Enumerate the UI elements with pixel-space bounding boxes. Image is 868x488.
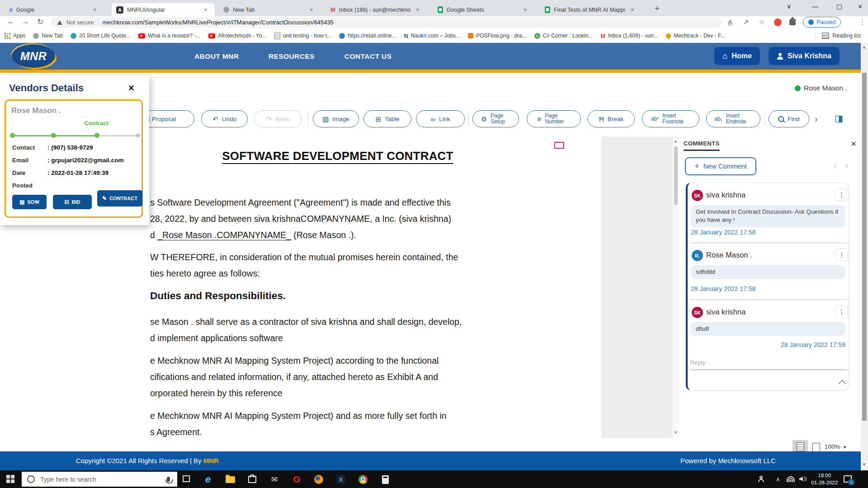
- back-icon[interactable]: ←: [7, 17, 15, 26]
- bookmark-afrotechmods[interactable]: ▶Afrotechmods - Yo...: [208, 33, 267, 39]
- scrollbar-thumb[interactable]: [674, 146, 678, 205]
- nav-link-resources[interactable]: RESOURCES: [269, 52, 315, 61]
- window-close-icon[interactable]: ×: [858, 3, 862, 11]
- chrome-icon[interactable]: [358, 474, 368, 485]
- page-scrollbar[interactable]: ▲ ▼: [861, 43, 868, 470]
- translate-icon[interactable]: A̲: [728, 18, 732, 26]
- tab-final-tests[interactable]: Final Tests of MNR AI Mapping S ×: [540, 3, 647, 16]
- tab-close-icon[interactable]: ×: [308, 6, 313, 13]
- reload-icon[interactable]: ↻: [37, 17, 43, 27]
- tab-new-tab[interactable]: New Tab ×: [219, 3, 322, 16]
- prev-comment-icon[interactable]: ‹: [833, 160, 836, 172]
- bookmark-apps[interactable]: Apps: [5, 33, 25, 39]
- task-view-icon[interactable]: [183, 475, 190, 482]
- bookmark-inbox[interactable]: MInbox (1,609) - suri...: [600, 33, 658, 39]
- bookmark-csharp-corner[interactable]: CC# Corner : Lookin...: [534, 33, 593, 39]
- zoom-level[interactable]: 100%: [825, 443, 840, 450]
- taskbar-clock[interactable]: 18:00 01-28-2022: [810, 472, 839, 486]
- user-button[interactable]: Siva Krishna: [769, 47, 840, 65]
- paused-sync-badge[interactable]: Paused: [803, 17, 841, 28]
- file-explorer-icon[interactable]: [225, 474, 236, 485]
- contract-button[interactable]: ✎ CONTRACT: [97, 190, 142, 206]
- toolbar-redo-button[interactable]: ↷ Redo: [254, 110, 302, 127]
- forward-icon[interactable]: →: [22, 17, 29, 26]
- store-icon[interactable]: [247, 474, 258, 485]
- tab-inbox[interactable]: M Inbox (188) - suri@mechknowso ×: [326, 3, 429, 16]
- bookmark-posflow[interactable]: POSFlow.png - dra...: [468, 33, 526, 39]
- next-comment-icon[interactable]: ›: [845, 160, 848, 172]
- window-restore-icon[interactable]: ▢: [836, 3, 842, 10]
- not-secure-warning-icon[interactable]: [57, 20, 62, 25]
- design-app-icon[interactable]: X: [335, 474, 346, 485]
- extension-icon-red[interactable]: [774, 19, 782, 26]
- comment-menu-button[interactable]: ⋮: [835, 249, 848, 261]
- sow-button[interactable]: ▤ SOW: [12, 195, 47, 209]
- tab-google[interactable]: # Google ×: [5, 3, 108, 16]
- taskbar-search[interactable]: [22, 472, 177, 487]
- bookmark-resistor-video[interactable]: ▶What is a resistor? -...: [138, 33, 201, 39]
- bookmark-quotes[interactable]: 20 Short Life Quote...: [71, 33, 131, 39]
- home-button[interactable]: ⌂ Home: [714, 47, 760, 65]
- comment-anchor-marker[interactable]: [554, 142, 564, 149]
- scroll-down-icon[interactable]: ▼: [862, 462, 866, 467]
- mail-icon[interactable]: ✉: [269, 474, 280, 485]
- calculator-icon[interactable]: [380, 474, 391, 485]
- toolbar-page-setup-button[interactable]: ⚙ Page Setup: [472, 110, 519, 127]
- mnr-logo[interactable]: MNR: [12, 44, 55, 68]
- document-scrollbar[interactable]: ▲ ▼: [672, 136, 679, 438]
- omnibox[interactable]: Not secure mechknow.com/SampleWorks/MNRL…: [51, 17, 722, 28]
- reading-list-button[interactable]: Reading list: [815, 33, 863, 39]
- bookmark-new-tab[interactable]: New Tab: [33, 33, 62, 39]
- bookmark-mechtrack[interactable]: Mechtrack - Dev - F...: [666, 33, 725, 39]
- zoom-dropdown-icon[interactable]: ▾: [844, 444, 846, 450]
- tray-expand-icon[interactable]: ∧: [776, 476, 780, 483]
- tab-close-icon[interactable]: ×: [522, 6, 527, 13]
- scroll-up-icon[interactable]: ▲: [862, 45, 866, 49]
- toolbar-page-number-button[interactable]: # Page Number: [527, 110, 581, 127]
- microphone-icon[interactable]: [167, 477, 170, 482]
- reply-input[interactable]: [690, 357, 847, 370]
- tab-close-icon[interactable]: ×: [91, 6, 97, 13]
- toolbar-break-button[interactable]: Ħ Break: [588, 110, 635, 127]
- nav-link-contact[interactable]: CONTACT US: [344, 52, 392, 61]
- firefox-icon[interactable]: [313, 474, 324, 485]
- share-icon[interactable]: ↗: [743, 18, 749, 26]
- bookmark-unit-testing[interactable]: unit testing - how t...: [274, 32, 331, 39]
- comments-close-icon[interactable]: ×: [851, 138, 856, 149]
- start-button[interactable]: [6, 475, 14, 483]
- scrollbar-thumb[interactable]: [862, 73, 867, 421]
- extensions-puzzle-icon[interactable]: [789, 19, 796, 25]
- toolbar-link-button[interactable]: ∞ Link: [416, 110, 465, 127]
- comment-menu-button[interactable]: ⋮: [835, 188, 848, 201]
- bookmark-star-icon[interactable]: ☆: [759, 18, 764, 26]
- toolbar-undo-button[interactable]: ↶ Undo: [201, 110, 248, 127]
- tab-close-icon[interactable]: ×: [202, 6, 208, 13]
- tab-close-icon[interactable]: ×: [414, 6, 420, 13]
- people-icon[interactable]: [758, 476, 764, 483]
- search-input[interactable]: [39, 475, 162, 483]
- url-text[interactable]: mechknow.com/SampleWorks/MNRLiveProject/…: [102, 19, 333, 26]
- edge-icon[interactable]: e: [203, 474, 213, 485]
- window-menu-icon[interactable]: ∨: [787, 3, 791, 10]
- bookmark-retail-online[interactable]: https://retail.online...: [339, 33, 396, 39]
- wifi-icon[interactable]: [787, 476, 795, 482]
- new-comment-button[interactable]: + New Comment: [685, 157, 756, 175]
- opera-icon[interactable]: O: [291, 474, 302, 485]
- nav-link-about[interactable]: ABOUT MNR: [194, 52, 239, 61]
- tab-close-icon[interactable]: ×: [629, 6, 634, 13]
- window-minimize-icon[interactable]: —: [812, 3, 818, 10]
- toolbar-insert-endnote-button[interactable]: ab₁ Insert Endnote: [706, 110, 760, 127]
- toolbar-image-button[interactable]: ▨ Image: [313, 110, 359, 127]
- volume-icon[interactable]: [799, 477, 803, 481]
- comment-menu-button[interactable]: ⋮: [835, 305, 848, 318]
- new-tab-button[interactable]: +: [655, 4, 660, 14]
- bid-button[interactable]: ⊟ BID: [53, 195, 92, 209]
- bookmark-naukri[interactable]: NNaukri.com – Jobs...: [404, 33, 460, 39]
- toolbar-insert-footnote-button[interactable]: ab¹ Insert Footnote: [642, 110, 699, 127]
- toolbar-find-button[interactable]: Find: [769, 110, 809, 127]
- vendors-panel-close-icon[interactable]: ×: [128, 82, 134, 94]
- browser-menu-icon[interactable]: ⋮: [859, 18, 866, 26]
- tab-google-sheets[interactable]: Google Sheets ×: [433, 3, 536, 16]
- scroll-down-icon[interactable]: ▼: [674, 430, 678, 435]
- tab-mnruiangular[interactable]: A MNRUIAngular ×: [112, 3, 215, 16]
